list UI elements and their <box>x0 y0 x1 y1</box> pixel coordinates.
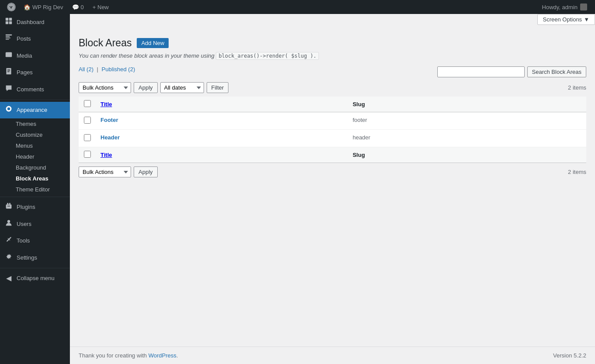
page-description: You can render these block areas in your… <box>79 52 586 59</box>
appearance-icon <box>4 105 13 115</box>
adminbar-site[interactable]: 🏠 WP Rig Dev <box>19 0 68 14</box>
select-all-checkbox-bottom[interactable] <box>84 151 91 158</box>
filter-published-link[interactable]: Published (2) <box>102 66 135 73</box>
sidebar-item-tools[interactable]: Tools <box>0 232 70 249</box>
svg-point-21 <box>7 220 10 222</box>
items-count-top: 2 items <box>568 84 586 91</box>
row-checkbox-header <box>79 130 96 147</box>
title-sort-link[interactable]: Title <box>100 101 112 107</box>
sidebar-label-media: Media <box>17 52 32 60</box>
select-all-checkbox[interactable] <box>84 100 91 107</box>
sidebar-item-pages[interactable]: Pages <box>0 64 70 81</box>
apply-button-bottom[interactable]: Apply <box>134 166 158 177</box>
add-new-button[interactable]: Add New <box>137 38 169 48</box>
sidebar-item-themes[interactable]: Themes <box>0 118 70 129</box>
sidebar-item-menus[interactable]: Menus <box>0 140 70 151</box>
comments-count: 0 <box>81 4 84 10</box>
row-slug-header: header <box>348 130 586 147</box>
dashboard-icon <box>4 17 13 27</box>
sidebar-label-settings: Settings <box>17 254 37 262</box>
sidebar-label-comments: Comments <box>17 86 44 94</box>
themes-label: Themes <box>16 121 36 127</box>
filter-all-link[interactable]: All (2) <box>79 66 95 73</box>
block-areas-table: Title Slug Footer footer <box>79 97 586 163</box>
sidebar-item-customize[interactable]: Customize <box>0 129 70 140</box>
svg-rect-13 <box>7 71 10 71</box>
sidebar-item-block-areas[interactable]: Block Areas <box>0 173 70 184</box>
row-select-header[interactable] <box>84 134 91 141</box>
sidebar-item-header[interactable]: Header <box>0 151 70 162</box>
customize-label: Customize <box>16 132 42 138</box>
col-slug-header: Slug <box>348 97 586 112</box>
search-button[interactable]: Search Block Areas <box>527 66 586 77</box>
wp-body-content: Block Areas Add New You can render these… <box>70 28 595 347</box>
site-name: WP Rig Dev <box>32 4 63 10</box>
sidebar-label-appearance: Appearance <box>17 106 47 114</box>
description-code: block_areas()->render( $slug ). <box>216 52 319 60</box>
title-sort-link-bottom[interactable]: Title <box>100 152 112 158</box>
posts-icon <box>4 34 13 44</box>
plugins-icon <box>4 202 13 212</box>
footer-title-link[interactable]: Footer <box>100 117 118 123</box>
sidebar-item-settings[interactable]: Settings <box>0 250 70 266</box>
wp-logo[interactable] <box>3 3 19 11</box>
sidebar-item-comments[interactable]: Comments <box>0 81 70 98</box>
svg-rect-3 <box>6 21 8 24</box>
home-icon: 🏠 <box>24 4 31 10</box>
svg-rect-4 <box>9 21 12 24</box>
table-head: Title Slug <box>79 97 586 112</box>
date-select-top[interactable]: All dates <box>160 82 204 93</box>
howdy-text: Howdy, admin <box>542 4 578 10</box>
adminbar-comments[interactable]: 💬 0 <box>68 0 88 14</box>
adminbar-new[interactable]: + New <box>88 0 113 14</box>
row-select-footer[interactable] <box>84 117 91 124</box>
select-all-col <box>79 97 96 112</box>
sidebar-item-users[interactable]: Users <box>0 216 70 232</box>
screen-options-arrow: ▼ <box>584 16 589 23</box>
screen-options-button[interactable]: Screen Options ▼ <box>537 14 595 25</box>
table-foot-row: Title Slug <box>79 147 586 163</box>
theme-editor-label: Theme Editor <box>16 186 50 193</box>
svg-rect-6 <box>6 36 10 37</box>
svg-rect-20 <box>7 206 10 206</box>
menus-label: Menus <box>16 142 33 149</box>
sidebar-collapse[interactable]: ◀ Collapse menu <box>0 270 70 287</box>
sidebar-item-appearance[interactable]: Appearance <box>0 102 70 118</box>
sidebar-item-background[interactable]: Background <box>0 162 70 173</box>
bulk-actions-select-bottom[interactable]: Bulk Actions Edit Move to Trash <box>79 166 131 177</box>
collapse-icon: ◀ <box>4 274 13 283</box>
footer-text: Thank you for creating with <box>79 352 147 359</box>
svg-rect-5 <box>6 35 12 35</box>
row-title-header: Header <box>96 130 348 147</box>
description-text: You can render these block areas in your… <box>79 52 214 59</box>
footer-wp-link[interactable]: WordPress <box>149 352 176 359</box>
sidebar-item-theme-editor[interactable]: Theme Editor <box>0 184 70 195</box>
table-row: Header header <box>79 130 586 147</box>
svg-rect-18 <box>9 203 10 205</box>
sidebar-label-plugins: Plugins <box>17 203 35 211</box>
sidebar-item-plugins[interactable]: Plugins <box>0 199 70 215</box>
sidebar-item-media[interactable]: Media <box>0 48 70 64</box>
select-all-col-bottom <box>79 147 96 163</box>
sidebar-item-posts[interactable]: Posts <box>0 31 70 47</box>
svg-rect-17 <box>7 203 8 205</box>
settings-icon <box>4 253 13 263</box>
filter-button-top[interactable]: Filter <box>207 82 229 93</box>
row-checkbox-footer <box>79 112 96 130</box>
top-tablenav: Bulk Actions Edit Move to Trash Apply Al… <box>79 82 586 93</box>
header-title-link[interactable]: Header <box>100 134 120 141</box>
bulk-actions-select-top[interactable]: Bulk Actions Edit Move to Trash <box>79 82 131 93</box>
sidebar-item-dashboard[interactable]: Dashboard <box>0 14 70 31</box>
adminbar-howdy[interactable]: Howdy, admin <box>538 3 592 10</box>
col-title-header[interactable]: Title <box>96 97 348 112</box>
svg-rect-1 <box>6 18 8 21</box>
row-title-footer: Footer <box>96 112 348 130</box>
background-label: Background <box>16 164 46 171</box>
filter-bar: All (2) | Published (2) Search Block Are… <box>79 66 586 78</box>
search-input[interactable] <box>437 66 525 77</box>
page-title: Block Areas <box>79 37 131 49</box>
sidebar-label-pages: Pages <box>17 69 33 76</box>
pages-icon <box>4 68 13 77</box>
footer-version: Version 5.2.2 <box>553 352 586 359</box>
apply-button-top[interactable]: Apply <box>134 82 158 93</box>
